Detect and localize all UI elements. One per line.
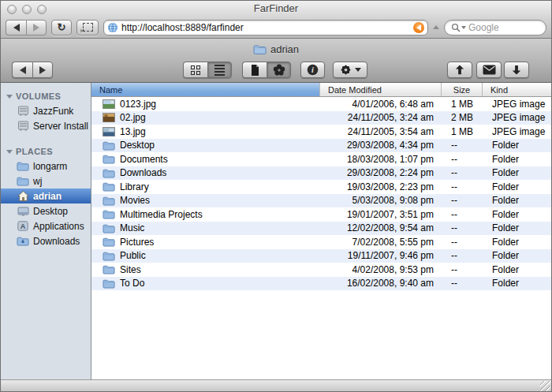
folder-icon [103, 196, 115, 206]
table-row[interactable]: 02.jpg24/11/2005, 3:24 am2 MBJPEG image [91, 111, 551, 125]
table-row[interactable]: Music12/02/2008, 9:54 am--Folder [91, 222, 551, 236]
sidebar-item-jazzfunk[interactable]: JazzFunk [1, 103, 91, 118]
table-row[interactable]: Desktop29/03/2008, 4:34 pm--Folder [91, 139, 551, 153]
sidebar-item-longarm[interactable]: longarm [1, 159, 91, 174]
kind-cell: Folder [483, 263, 551, 277]
date-modified-cell: 24/11/2005, 3:24 am [320, 111, 442, 125]
column-header-name[interactable]: Name [91, 83, 320, 96]
download-button[interactable] [504, 62, 529, 78]
file-name: Library [120, 181, 149, 192]
table-row[interactable]: Library19/03/2008, 2:23 pm--Folder [91, 180, 551, 194]
file-name-cell: Downloads [91, 166, 320, 181]
image-thumbnail-icon [103, 126, 115, 136]
list-header: Name Date Modified Size Kind [91, 83, 551, 97]
sidebar-item-label: longarm [33, 161, 67, 172]
file-name: 13.jpg [120, 126, 146, 137]
icon-view-button[interactable] [183, 62, 207, 78]
gear-icon [340, 64, 352, 76]
sidebar-item-downloads[interactable]: Downloads [1, 233, 91, 248]
table-row[interactable]: Documents18/03/2008, 1:07 pm--Folder [91, 152, 551, 166]
disclosure-triangle-icon[interactable] [6, 150, 13, 154]
server-icon [17, 121, 29, 132]
search-input[interactable] [468, 22, 539, 33]
list-view-button[interactable] [207, 62, 232, 78]
actions-menu-button[interactable] [333, 62, 367, 78]
column-header-size[interactable]: Size [442, 83, 483, 96]
folder-icon [17, 176, 29, 187]
column-header-kind[interactable]: Kind [483, 83, 551, 96]
file-name: To Do [120, 278, 144, 289]
sidebar-item-applications[interactable]: AApplications [1, 218, 91, 233]
sidebar: VOLUMESJazzFunkServer InstallPLACESlonga… [1, 83, 91, 379]
status-bar [1, 379, 551, 392]
file-name: 02.jpg [120, 112, 146, 123]
url-input[interactable] [118, 22, 413, 33]
browser-toolbar: ↻ [1, 17, 551, 38]
kind-cell: JPEG image [483, 111, 551, 125]
svg-text:A: A [21, 222, 26, 230]
home-icon [17, 191, 29, 202]
sidebar-item-label: Applications [33, 221, 84, 232]
date-modified-cell: 19/01/2007, 3:51 pm [320, 207, 442, 222]
finder-forward-button[interactable] [32, 62, 53, 78]
resize-grip[interactable] [540, 381, 550, 391]
folder-icon [103, 237, 115, 247]
column-header-date-modified[interactable]: Date Modified [320, 83, 442, 96]
date-modified-cell: 29/03/2008, 4:34 pm [320, 139, 442, 153]
table-row[interactable]: 13.jpg24/11/2005, 3:54 am1 MBJPEG image [91, 125, 551, 139]
table-row[interactable]: Downloads29/03/2008, 2:24 pm--Folder [91, 166, 551, 181]
sidebar-section-places[interactable]: PLACES [1, 144, 91, 159]
forward-button[interactable] [26, 20, 47, 35]
titlebar[interactable]: FarFinder [1, 1, 551, 17]
file-name: 0123.jpg [120, 99, 156, 110]
table-row[interactable]: Pictures7/02/2008, 5:55 pm--Folder [91, 235, 551, 249]
sidebar-item-label: Desktop [33, 206, 68, 217]
sidebar-section-volumes[interactable]: VOLUMES [1, 89, 91, 103]
file-name: Sites [120, 264, 141, 275]
reload-button[interactable]: ↻ [51, 20, 72, 35]
table-row[interactable]: 0123.jpg4/01/2006, 6:48 am1 MBJPEG image [91, 97, 551, 111]
size-cell: -- [442, 235, 483, 249]
info-button[interactable]: i [300, 62, 325, 78]
zoom-button[interactable] [37, 5, 47, 14]
sidebar-item-server-install[interactable]: Server Install [1, 118, 91, 133]
finder-back-button[interactable] [12, 62, 32, 78]
sidebar-item-label: Server Install [33, 121, 88, 132]
disclosure-triangle-icon[interactable] [6, 95, 13, 99]
size-cell: 1 MB [442, 125, 483, 139]
table-row[interactable]: To Do16/02/2008, 9:40 am--Folder [91, 277, 551, 291]
snapback-button[interactable] [413, 22, 424, 33]
file-name-cell: To Do [91, 277, 320, 291]
minimize-button[interactable] [22, 5, 32, 14]
sidebar-item-desktop[interactable]: Desktop [1, 203, 91, 218]
back-button[interactable] [6, 20, 26, 35]
table-row[interactable]: Sites4/02/2008, 9:53 pm--Folder [91, 263, 551, 277]
forward-icon [33, 24, 39, 32]
file-list: 0123.jpg4/01/2006, 6:48 am1 MBJPEG image… [91, 97, 551, 379]
sidebar-item-wj[interactable]: wj [1, 174, 91, 189]
file-name-cell: Multimedia Projects [91, 207, 320, 222]
size-cell: -- [442, 180, 483, 194]
table-row[interactable]: Public19/11/2007, 9:46 pm--Folder [91, 249, 551, 263]
upload-button[interactable] [447, 62, 472, 78]
envelope-icon [483, 65, 496, 75]
search-magnifier-icon[interactable] [451, 23, 466, 32]
close-button[interactable] [7, 5, 17, 14]
table-row[interactable]: Movies5/03/2008, 9:08 pm--Folder [91, 194, 551, 208]
table-row[interactable]: Multimedia Projects19/01/2007, 3:51 pm--… [91, 207, 551, 222]
size-cell: -- [442, 194, 483, 208]
size-cell: -- [442, 249, 483, 263]
email-button[interactable] [476, 62, 502, 78]
file-browser: Name Date Modified Size Kind 0123.jpg4/0… [91, 83, 551, 379]
field-splitter-handle[interactable] [433, 25, 439, 29]
kind-cell: Folder [483, 222, 551, 236]
window-title: FarFinder [1, 1, 551, 17]
webclip-button[interactable] [76, 20, 99, 35]
globe-icon [107, 22, 118, 33]
new-document-button[interactable] [242, 62, 267, 78]
flower-button[interactable] [267, 62, 291, 78]
date-modified-cell: 19/03/2008, 2:23 pm [320, 180, 442, 194]
file-name: Public [120, 250, 146, 261]
sidebar-item-adrian[interactable]: adrian [1, 189, 91, 203]
sidebar-item-label: wj [33, 176, 42, 187]
